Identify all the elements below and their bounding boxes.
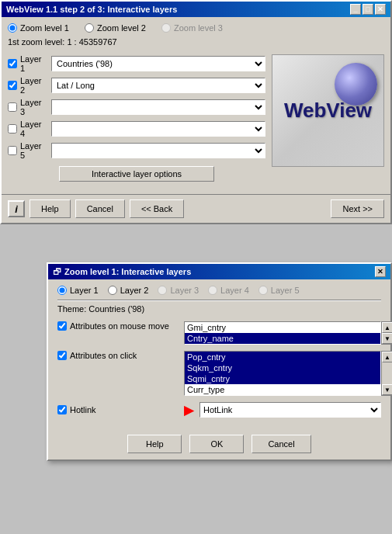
layer5-label: Layer 5 [20, 141, 47, 160]
hotlink-label: Hotlink [70, 405, 96, 414]
webview-logo-text: WebView [284, 99, 372, 123]
dlayer4-radio [208, 286, 217, 295]
layer2-select[interactable]: Lat / Long [51, 78, 265, 93]
back-button[interactable]: << Back [130, 199, 184, 218]
dialog-layer-radio-group: Layer 1 Layer 2 Layer 3 Layer 4 Layer 5 [57, 286, 381, 295]
mouse-move-label: Attributes on mouse move [70, 321, 169, 331]
hotlink-arrow-icon: ▶ [184, 403, 193, 418]
layer4-label: Layer 4 [20, 120, 47, 138]
title-bar-buttons: _ □ ✕ [350, 4, 386, 15]
hotlink-checkbox[interactable] [57, 405, 67, 414]
dlayer5-radio-item: Layer 5 [258, 286, 300, 295]
zoom-radio-group: Zoom level 1 Zoom level 2 Zoom level 3 [8, 23, 384, 33]
dlayer3-label: Layer 3 [170, 286, 199, 295]
zoom3-radio-item: Zoom level 3 [161, 23, 223, 33]
dialog-bottom-toolbar: Help OK Cancel [48, 430, 390, 459]
layer3-label-container: Layer 3 [8, 98, 47, 116]
layer1-select[interactable]: Countries ('98) [51, 56, 265, 71]
layer4-checkbox[interactable] [8, 124, 17, 134]
listbox-item-curr[interactable]: Curr_type [185, 384, 380, 395]
maximize-btn[interactable]: □ [363, 4, 373, 15]
dlayer1-radio-item: Layer 1 [57, 286, 99, 295]
hotlink-row: Hotlink ▶ HotLink [57, 402, 381, 418]
mouse-move-section: Attributes on mouse move Gmi_cntry Cntry… [57, 321, 381, 345]
dialog-icon: 🗗 [53, 267, 61, 276]
dialog-content: Layer 1 Layer 2 Layer 3 Layer 4 Layer 5 … [48, 279, 390, 430]
layer4-row: Layer 4 [8, 120, 265, 138]
layer5-label-container: Layer 5 [8, 141, 47, 160]
main-title: WebView 1.1 step 2 of 3: Interactive lay… [6, 5, 177, 14]
help-button[interactable]: Help [29, 199, 71, 218]
click-section: Attributes on click Pop_cntry Sqkm_cntry… [57, 351, 381, 396]
dialog-title-bar: 🗗 Zoom level 1: Interactive layers ✕ [48, 264, 390, 279]
hotlink-label-container: Hotlink [57, 405, 178, 414]
minimize-btn[interactable]: _ [350, 4, 361, 15]
zoom3-radio [161, 23, 171, 33]
scroll-up-arrow[interactable]: ▲ [382, 322, 392, 333]
layer4-select[interactable] [51, 121, 265, 137]
layer2-label: Layer 2 [20, 76, 47, 95]
mouse-move-scrollbar: ▲ ▼ [381, 321, 392, 345]
interactive-layer-options-button[interactable]: Interactive layer options [59, 166, 214, 182]
click-label-container: Attributes on click [57, 351, 178, 360]
dlayer4-radio-item: Layer 4 [208, 286, 249, 295]
layer1-checkbox[interactable] [8, 59, 17, 68]
layer3-checkbox[interactable] [8, 102, 17, 112]
layer3-label: Layer 3 [20, 98, 47, 116]
dialog-help-button[interactable]: Help [127, 435, 182, 453]
dlayer3-radio-item: Layer 3 [158, 286, 199, 295]
layer1-label-container: Layer 1 [8, 54, 47, 73]
listbox-item-sqmi[interactable]: Sqmi_cntry [185, 373, 380, 384]
listbox-item-pop[interactable]: Pop_cntry [185, 352, 380, 362]
next-button[interactable]: Next >> [331, 199, 384, 218]
layer5-select[interactable] [51, 143, 265, 158]
click-scroll-down[interactable]: ▼ [382, 384, 392, 395]
dlayer1-label: Layer 1 [70, 286, 99, 295]
zoom1-radio-item: Zoom level 1 [8, 23, 69, 33]
dlayer2-radio[interactable] [108, 286, 117, 295]
main-content: Zoom level 1 Zoom level 2 Zoom level 3 1… [2, 17, 390, 194]
layer2-checkbox[interactable] [8, 81, 17, 90]
theme-text: Theme: Countries ('98) [57, 304, 381, 314]
dialog-window: 🗗 Zoom level 1: Interactive layers ✕ Lay… [47, 262, 392, 461]
close-btn[interactable]: ✕ [375, 4, 386, 15]
click-checkbox[interactable] [57, 351, 67, 360]
listbox-item-gmi[interactable]: Gmi_cntry [185, 322, 380, 333]
click-listbox[interactable]: Pop_cntry Sqkm_cntry Sqmi_cntry Curr_typ… [184, 351, 381, 396]
layers-form: Layer 1 Countries ('98) Layer 2 Lat / Lo… [8, 54, 265, 188]
zoom2-radio-item: Zoom level 2 [85, 23, 146, 33]
listbox-item-cntry[interactable]: Cntry_name [185, 333, 380, 344]
main-title-bar: WebView 1.1 step 2 of 3: Interactive lay… [2, 2, 390, 17]
mouse-move-label-container: Attributes on mouse move [57, 321, 178, 331]
dialog-ok-button[interactable]: OK [189, 435, 244, 453]
dlayer4-label: Layer 4 [220, 286, 249, 295]
main-window: WebView 1.1 step 2 of 3: Interactive lay… [0, 0, 392, 224]
layer5-checkbox[interactable] [8, 146, 17, 155]
zoom1-label: Zoom level 1 [20, 23, 69, 33]
scroll-down-arrow[interactable]: ▼ [382, 333, 392, 344]
dlayer2-radio-item: Layer 2 [108, 286, 149, 295]
cancel-button[interactable]: Cancel [75, 199, 125, 218]
layer5-row: Layer 5 [8, 141, 265, 160]
mouse-move-checkbox[interactable] [57, 321, 67, 331]
zoom2-label: Zoom level 2 [97, 23, 146, 33]
hotlink-select[interactable]: HotLink [199, 402, 381, 418]
click-scroll-up[interactable]: ▲ [382, 352, 392, 362]
layers-area: Layer 1 Countries ('98) Layer 2 Lat / Lo… [8, 54, 384, 188]
zoom1-radio[interactable] [8, 23, 17, 33]
dialog-cancel-button[interactable]: Cancel [252, 435, 310, 453]
dialog-close-button[interactable]: ✕ [375, 266, 386, 277]
dlayer5-radio [258, 286, 268, 295]
layer2-label-container: Layer 2 [8, 76, 47, 95]
listbox-item-sqkm[interactable]: Sqkm_cntry [185, 362, 380, 373]
layer3-select[interactable] [51, 99, 265, 115]
click-label: Attributes on click [70, 351, 137, 360]
dlayer5-label: Layer 5 [271, 286, 300, 295]
zoom2-radio[interactable] [85, 23, 94, 33]
info-button[interactable]: i [8, 200, 25, 217]
dlayer1-radio[interactable] [57, 286, 67, 295]
layer3-row: Layer 3 [8, 98, 265, 116]
mouse-move-listbox[interactable]: Gmi_cntry Cntry_name [184, 321, 381, 345]
webview-logo: WebView [272, 54, 384, 167]
mouse-move-listbox-container: Gmi_cntry Cntry_name ▲ ▼ [184, 321, 381, 345]
